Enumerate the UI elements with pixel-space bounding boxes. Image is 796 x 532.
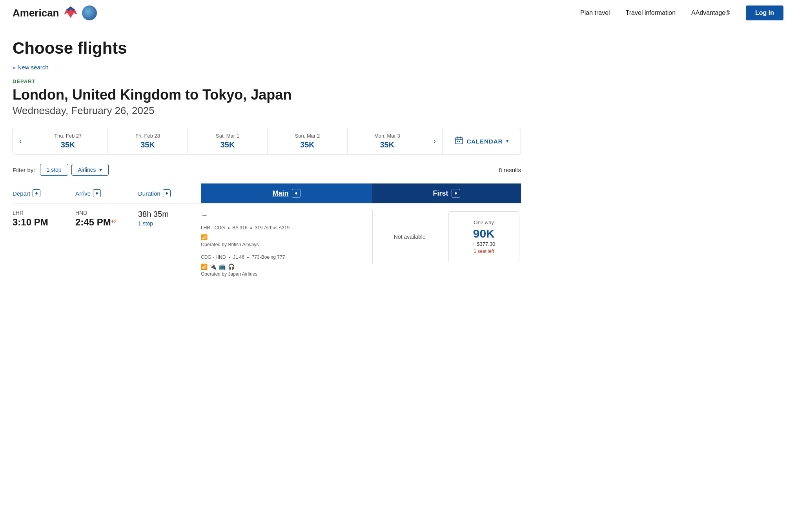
main-nav: Plan travel Travel information AAdvantag… — [580, 9, 730, 16]
depart-col: LHR 3:10 PM — [13, 210, 75, 228]
operated-by-1: Operated by British Airways — [201, 242, 372, 247]
stop-filter-button[interactable]: 1 stop — [40, 164, 68, 176]
bullet-3 — [229, 257, 230, 258]
date-tab-price-0: 35K — [61, 140, 75, 149]
first-price-sub: + $377.30 — [472, 241, 495, 247]
date-tab-price-4: 35K — [380, 140, 394, 149]
date-tab-day-1: Fri, Feb 28 — [135, 133, 160, 139]
amenity-icons-1: 📶 — [201, 234, 372, 240]
date-tab-0[interactable]: Thu, Feb 27 35K — [28, 128, 108, 154]
airlines-filter-button[interactable]: Airlines ▾ — [71, 164, 109, 176]
main-content: Choose flights « New search DEPART Londo… — [0, 26, 534, 283]
depart-header-label: Depart — [13, 190, 30, 197]
arrive-airport: HND — [75, 210, 133, 216]
bullet-1 — [228, 227, 230, 229]
route-detail-1: LHR - CDG — [201, 225, 225, 231]
wifi-icon-2: 📶 — [201, 263, 208, 270]
airline-code-1: BA 316 — [232, 225, 248, 231]
login-button[interactable]: Log in — [746, 5, 783, 20]
svg-rect-7 — [459, 141, 460, 142]
date-subtitle: Wednesday, February 26, 2025 — [13, 105, 521, 117]
days-offset: +2 — [111, 218, 117, 224]
calendar-icon — [455, 136, 463, 147]
price-cells: Not available One way 90K + $377.30 1 se… — [372, 210, 521, 264]
table-row: LHR 3:10 PM HND 2:45 PM+2 38h 35m 1 stop… — [13, 203, 521, 283]
date-tabs: Thu, Feb 27 35K Fri, Feb 28 35K Sat, Mar… — [28, 128, 427, 154]
col-arrive-header[interactable]: Arrive — [75, 185, 138, 202]
first-sort-icon — [452, 189, 460, 198]
route-title: London, United Kingdom to Tokyo, Japan — [13, 87, 521, 103]
date-tab-day-4: Mon, Mar 3 — [374, 133, 400, 139]
chevron-left-icon: ‹ — [19, 137, 22, 145]
date-tab-price-2: 35K — [220, 140, 235, 149]
power-icon: 🔌 — [210, 263, 217, 270]
flight-detail-1: LHR - CDG BA 316 319-Airbus A319 — [201, 224, 372, 232]
date-tab-day-2: Sat, Mar 1 — [216, 133, 239, 139]
logo: American — [13, 5, 97, 21]
filter-label: Filter by: — [13, 167, 35, 173]
results-count: 8 results — [499, 167, 521, 173]
cabin-headers: Main First — [201, 183, 521, 203]
airlines-label: Airlines — [78, 167, 96, 173]
duration-col: 38h 35m 1 stop — [138, 210, 201, 227]
wifi-icon: 📶 — [201, 234, 208, 240]
new-search-link[interactable]: « New search — [13, 64, 49, 71]
duration-value: 38h 35m — [138, 210, 196, 219]
arrive-col: HND 2:45 PM+2 — [75, 210, 138, 228]
route-detail-2: CDG - HND — [201, 254, 226, 260]
duration-header-label: Duration — [138, 190, 160, 197]
calendar-label: CALENDAR — [466, 138, 503, 145]
table-header: Depart Arrive Duration Main — [13, 183, 521, 203]
date-tab-1[interactable]: Fri, Feb 28 35K — [108, 128, 188, 154]
airlines-chevron-icon: ▾ — [99, 167, 102, 173]
first-cabin-label: First — [433, 189, 448, 198]
airline-code-2: JL 46 — [233, 254, 244, 260]
logo-text: American — [13, 7, 59, 19]
date-next-button[interactable]: › — [427, 128, 442, 154]
depart-label: DEPART — [13, 78, 521, 84]
date-prev-button[interactable]: ‹ — [13, 128, 28, 154]
date-tab-4[interactable]: Mon, Mar 3 35K — [348, 128, 427, 154]
calendar-button[interactable]: CALENDAR ▾ — [442, 128, 521, 154]
aircraft-2: 773-Boeing 777 — [252, 254, 285, 260]
first-cabin-header[interactable]: First — [372, 183, 521, 203]
bullet-2 — [250, 227, 252, 229]
calendar-chevron-icon: ▾ — [506, 138, 508, 144]
oneworld-logo — [82, 5, 97, 20]
depart-airport: LHR — [13, 210, 71, 216]
filter-bar: Filter by: 1 stop Airlines ▾ 8 results — [13, 164, 521, 176]
col-duration-header[interactable]: Duration — [138, 185, 201, 202]
first-price-value: 90K — [473, 227, 495, 240]
date-selector: ‹ Thu, Feb 27 35K Fri, Feb 28 35K Sat, M… — [13, 128, 521, 154]
nav-aadvantage[interactable]: AAdvantage® — [691, 9, 730, 16]
svg-rect-6 — [457, 141, 458, 142]
chevron-right-icon: › — [434, 137, 436, 145]
depart-sort-icon — [33, 189, 40, 197]
date-tab-price-3: 35K — [300, 140, 315, 149]
stops-value: 1 stop — [138, 220, 196, 227]
arrive-time: 2:45 PM — [75, 217, 111, 227]
flight-arrow-icon: → — [201, 211, 208, 220]
audio-icon: 🎧 — [228, 263, 235, 270]
first-price-warning: 1 seat left — [474, 249, 494, 254]
flight-detail-2: CDG - HND JL 46 773-Boeing 777 — [201, 254, 372, 261]
date-tab-day-3: Sun, Mar 2 — [295, 133, 320, 139]
duration-sort-icon — [163, 189, 171, 197]
results-table: Depart Arrive Duration Main — [13, 183, 521, 283]
amenity-icons-2: 📶 🔌 📺 🎧 — [201, 263, 372, 270]
operated-by-2: Operated by Japan Airlines — [201, 271, 372, 277]
main-sort-icon — [292, 189, 301, 198]
first-price-cell[interactable]: One way 90K + $377.30 1 seat left — [448, 211, 520, 262]
main-price-unavailable: Not available — [372, 210, 447, 264]
date-tab-3[interactable]: Sun, Mar 2 35K — [268, 128, 347, 154]
main-cabin-header[interactable]: Main — [201, 183, 372, 203]
nav-travel-info[interactable]: Travel information — [626, 9, 676, 16]
col-depart-header[interactable]: Depart — [13, 185, 75, 202]
aircraft-1: 319-Airbus A319 — [255, 225, 290, 231]
aa-eagle-icon — [62, 5, 79, 21]
nav-plan-travel[interactable]: Plan travel — [580, 9, 610, 16]
depart-time: 3:10 PM — [13, 217, 71, 228]
date-tab-price-1: 35K — [140, 140, 155, 149]
bullet-4 — [247, 257, 249, 258]
date-tab-2[interactable]: Sat, Mar 1 35K — [188, 128, 268, 154]
